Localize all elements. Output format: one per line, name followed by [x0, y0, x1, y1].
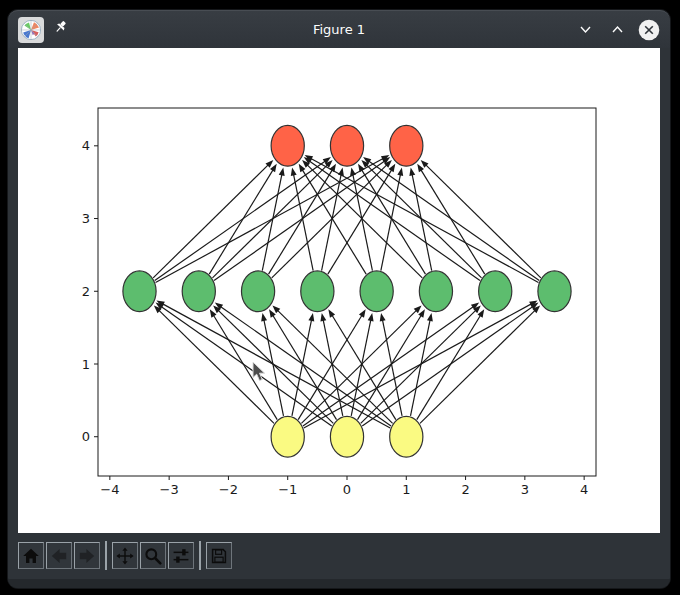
- figure-canvas-area: −4−3−2−10123401234: [18, 48, 660, 533]
- arrow-left-icon: [50, 547, 68, 565]
- svg-text:−4: −4: [100, 482, 119, 497]
- home-icon: [22, 547, 40, 565]
- graph-node-output: [330, 125, 363, 166]
- configure-subplots-button[interactable]: [168, 542, 194, 569]
- pan-button[interactable]: [112, 542, 138, 569]
- svg-text:0: 0: [343, 482, 351, 497]
- svg-text:−2: −2: [219, 482, 238, 497]
- minimize-button[interactable]: [574, 19, 596, 41]
- graph-node-hidden: [241, 271, 274, 312]
- arrow-right-icon: [78, 547, 96, 565]
- svg-text:−3: −3: [160, 482, 179, 497]
- svg-text:4: 4: [580, 482, 588, 497]
- figure-canvas[interactable]: −4−3−2−10123401234: [18, 48, 660, 533]
- svg-text:3: 3: [82, 211, 90, 226]
- graph-node-hidden: [123, 271, 156, 312]
- svg-text:1: 1: [402, 482, 410, 497]
- toolbar-separator: [199, 541, 201, 570]
- save-button[interactable]: [206, 542, 232, 569]
- close-button[interactable]: [638, 19, 660, 41]
- svg-text:2: 2: [461, 482, 469, 497]
- forward-button[interactable]: [74, 542, 100, 569]
- magnifier-icon: [144, 547, 162, 565]
- toolbar-separator: [105, 541, 107, 570]
- floppy-disk-icon: [210, 547, 228, 565]
- home-button[interactable]: [18, 542, 44, 569]
- svg-text:3: 3: [521, 482, 529, 497]
- titlebar[interactable]: Figure 1: [8, 10, 670, 48]
- zoom-rect-button[interactable]: [140, 542, 166, 569]
- svg-text:1: 1: [82, 357, 90, 372]
- graph-node-hidden: [419, 271, 452, 312]
- graph-node-hidden: [479, 271, 512, 312]
- svg-text:0: 0: [82, 429, 90, 444]
- graph-node-input: [390, 416, 423, 457]
- graph-nodes: [123, 125, 571, 457]
- sliders-icon: [172, 547, 190, 565]
- graph-node-output: [271, 125, 304, 166]
- maximize-button[interactable]: [606, 19, 628, 41]
- graph-node-hidden: [360, 271, 393, 312]
- matplotlib-toolbar: [8, 533, 670, 578]
- pin-icon[interactable]: [54, 20, 69, 39]
- graph-node-hidden: [301, 271, 334, 312]
- svg-text:2: 2: [82, 284, 90, 299]
- graph-node-hidden: [538, 271, 571, 312]
- back-button[interactable]: [46, 542, 72, 569]
- desktop: { "window": { "title": "Figure 1", "colo…: [0, 0, 680, 595]
- move-arrows-icon: [116, 547, 134, 565]
- graph-node-hidden: [182, 271, 215, 312]
- window-title: Figure 1: [8, 22, 670, 37]
- graph-node-output: [390, 125, 423, 166]
- svg-text:4: 4: [82, 138, 90, 153]
- figure-window: Figure 1 −4−3−2−10123401234: [8, 10, 670, 588]
- svg-text:−1: −1: [278, 482, 297, 497]
- graph-node-input: [271, 416, 304, 457]
- graph-node-input: [330, 416, 363, 457]
- matplotlib-logo-icon: [18, 17, 44, 43]
